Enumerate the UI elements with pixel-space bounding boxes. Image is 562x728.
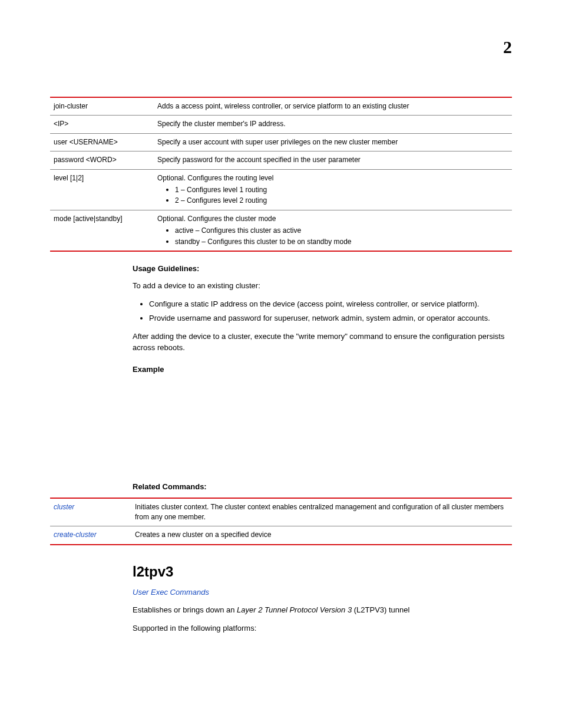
text: (L2TPV3) tunnel	[352, 605, 409, 614]
section-breadcrumb-link[interactable]: User Exec Commands	[133, 587, 512, 598]
related-cmd-link[interactable]: cluster	[54, 503, 74, 511]
param-key: user <USERNAME>	[50, 133, 157, 151]
related-cmd-desc: Initiates cluster context. The cluster c…	[135, 498, 512, 526]
example-heading: Example	[133, 364, 512, 375]
param-key: level [1|2]	[50, 169, 157, 210]
list-item: Configure a static IP address on the dev…	[149, 299, 512, 310]
parameters-table: join-clusterAdds a access point, wireles…	[50, 97, 512, 252]
usage-heading: Usage Guidelines:	[133, 263, 512, 275]
table-row: mode [active|standby]Optional. Configure…	[50, 210, 512, 251]
section-desc-2: Supported in the following platforms:	[133, 623, 512, 634]
usage-intro: To add a device to an existing cluster:	[133, 281, 512, 292]
content-area: join-clusterAdds a access point, wireles…	[50, 97, 512, 634]
chapter-number: 2	[503, 34, 512, 60]
list-item: active – Configures this cluster as acti…	[175, 225, 508, 236]
table-row: user <USERNAME>Specify a user account wi…	[50, 133, 512, 151]
related-commands-table: clusterInitiates cluster context. The cl…	[50, 498, 512, 545]
table-row: <IP>Specify the cluster member's IP addr…	[50, 116, 512, 133]
table-row: level [1|2]Optional. Configures the rout…	[50, 169, 512, 210]
list-item: 1 – Configures level 1 routing	[175, 185, 508, 195]
param-desc: Optional. Configures the cluster modeact…	[157, 210, 512, 251]
section-desc-1: Establishes or brings down an Layer 2 Tu…	[133, 605, 512, 616]
l2tpv3-section: l2tpv3 User Exec Commands Establishes or…	[133, 562, 512, 634]
table-row: join-clusterAdds a access point, wireles…	[50, 97, 512, 116]
param-desc: Specify password for the account specifi…	[157, 151, 512, 169]
related-cmd-link[interactable]: create-cluster	[54, 531, 97, 539]
param-key: join-cluster	[50, 97, 157, 116]
related-commands-heading: Related Commands:	[133, 482, 512, 493]
param-key: password <WORD>	[50, 151, 157, 169]
param-bullet-list: active – Configures this cluster as acti…	[157, 225, 508, 247]
list-item: standby – Configures this cluster to be …	[175, 236, 508, 247]
param-desc: Optional. Configures the routing level1 …	[157, 169, 512, 210]
param-key: mode [active|standby]	[50, 210, 157, 251]
param-bullet-list: 1 – Configures level 1 routing2 – Config…	[157, 185, 508, 206]
text-italic: Layer 2 Tunnel Protocol Version 3	[237, 605, 352, 614]
param-key: <IP>	[50, 116, 157, 133]
param-desc: Specify a user account with super user p…	[157, 133, 512, 151]
text: Establishes or brings down an	[133, 605, 237, 614]
page: 2 join-clusterAdds a access point, wirel…	[0, 0, 562, 728]
related-cmd-cell: create-cluster	[50, 526, 135, 545]
usage-section: Usage Guidelines: To add a device to an …	[133, 263, 512, 493]
usage-outro: After adding the device to a cluster, ex…	[133, 331, 512, 354]
related-cmd-cell: cluster	[50, 498, 135, 526]
list-item: Provide username and password for superu…	[149, 313, 512, 324]
param-desc: Adds a access point, wireless controller…	[157, 97, 512, 116]
table-row: clusterInitiates cluster context. The cl…	[50, 498, 512, 526]
table-row: create-clusterCreates a new cluster on a…	[50, 526, 512, 545]
table-row: password <WORD>Specify password for the …	[50, 151, 512, 169]
related-cmd-desc: Creates a new cluster on a specified dev…	[135, 526, 512, 545]
usage-list: Configure a static IP address on the dev…	[133, 299, 512, 325]
param-desc: Specify the cluster member's IP address.	[157, 116, 512, 133]
list-item: 2 – Configures level 2 routing	[175, 195, 508, 206]
section-title-l2tpv3: l2tpv3	[133, 562, 512, 582]
